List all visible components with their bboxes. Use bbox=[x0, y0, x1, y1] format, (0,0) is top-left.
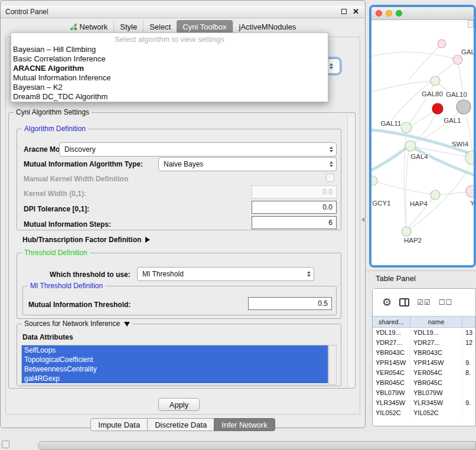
sources-group-title[interactable]: Sources for Network Inference bbox=[22, 319, 132, 328]
settings-scrollbar[interactable] bbox=[347, 116, 355, 387]
columns-icon[interactable] bbox=[399, 298, 409, 306]
deselect-columns-icon[interactable]: ☐☐ bbox=[439, 299, 453, 306]
kernel-width-field[interactable]: 0.0 bbox=[252, 185, 337, 198]
table-cell[interactable]: YPR145W bbox=[410, 358, 462, 368]
tab-network[interactable]: Network bbox=[64, 20, 114, 34]
table-cell[interactable]: YDR27... bbox=[373, 338, 410, 348]
zoom-traffic-icon[interactable] bbox=[396, 10, 402, 17]
table-row[interactable]: YLR345WYLR345W9. bbox=[373, 398, 475, 408]
table-cell[interactable]: YIL052C bbox=[410, 408, 462, 418]
network-node[interactable] bbox=[453, 55, 462, 64]
tab-style[interactable]: Style bbox=[113, 20, 143, 34]
float-window-icon[interactable] bbox=[341, 9, 347, 14]
apply-button[interactable]: Apply bbox=[158, 398, 200, 411]
table-row[interactable]: YBR045CYBR045C bbox=[373, 378, 475, 388]
control-panel-titlebar[interactable]: Control Panel ✕ bbox=[1, 5, 365, 18]
network-node[interactable] bbox=[405, 141, 416, 151]
attribute-list-scrollbar[interactable] bbox=[328, 345, 337, 385]
table-cell[interactable]: YBL079W bbox=[410, 388, 462, 398]
tab-jactivemnodules[interactable]: jActiveMNodules bbox=[233, 20, 302, 34]
table-cell[interactable]: 12 bbox=[462, 338, 475, 348]
dpi-tolerance-field[interactable]: 0.0 bbox=[252, 201, 337, 214]
gear-icon[interactable]: ⚙ bbox=[382, 297, 392, 308]
table-cell[interactable]: YBR043C bbox=[373, 348, 410, 358]
table-row[interactable]: YPR145WYPR145W9. bbox=[373, 358, 475, 368]
table-row[interactable]: YDR27...YDR27...12 bbox=[373, 338, 475, 348]
close-traffic-icon[interactable] bbox=[376, 10, 382, 17]
table-cell[interactable]: YBL079W bbox=[373, 388, 410, 398]
expand-right-icon[interactable] bbox=[145, 237, 150, 243]
table-cell[interactable]: YER054C bbox=[373, 368, 410, 378]
table-cell[interactable] bbox=[462, 378, 475, 388]
hub-definition-toggle[interactable]: Hub/Transcription Factor Definition bbox=[22, 236, 150, 244]
aracne-mode-select[interactable]: Discovery bbox=[59, 142, 337, 156]
close-icon[interactable]: ✕ bbox=[353, 8, 359, 15]
minimize-traffic-icon[interactable] bbox=[386, 10, 392, 17]
manual-kernel-checkbox[interactable] bbox=[326, 174, 334, 182]
data-attributes-list[interactable]: SelfLoops TopologicalCoefficient Between… bbox=[21, 345, 328, 385]
network-scrollbar-stub[interactable] bbox=[468, 20, 474, 28]
network-graph[interactable]: GAL8GAL80GAL10GAL11GAL1SWI4GAL4GCY1HAP4Y… bbox=[371, 20, 474, 265]
network-node[interactable] bbox=[432, 103, 443, 114]
mi-type-select[interactable]: Naive Bayes bbox=[158, 157, 337, 171]
table-cell[interactable]: YBR045C bbox=[373, 378, 410, 388]
table-row[interactable]: YBL079WYBL079W bbox=[373, 388, 475, 398]
dropdown-option[interactable]: Mutual Information Inference bbox=[11, 73, 328, 83]
table-cell[interactable]: YBR045C bbox=[410, 378, 462, 388]
column-header-name[interactable]: name bbox=[410, 317, 462, 327]
table-cell[interactable] bbox=[462, 388, 475, 398]
table-row[interactable]: YIL052CYIL052C bbox=[373, 408, 475, 418]
tab-select[interactable]: Select bbox=[143, 20, 177, 34]
table-cell[interactable]: YIL052C bbox=[373, 408, 410, 418]
collapse-down-icon[interactable] bbox=[124, 322, 130, 327]
table-cell[interactable]: 9. bbox=[462, 398, 475, 408]
tab-infer-network[interactable]: Infer Network bbox=[214, 418, 275, 431]
table-cell[interactable]: YER054C bbox=[410, 368, 462, 378]
network-node[interactable] bbox=[371, 176, 377, 185]
table-cell[interactable]: YDL19... bbox=[373, 328, 410, 338]
table-cell[interactable]: 13 bbox=[462, 328, 475, 338]
mi-steps-field[interactable]: 6 bbox=[252, 216, 337, 229]
tab-discretize-data[interactable]: Discretize Data bbox=[147, 418, 214, 431]
table-cell[interactable]: YDL19... bbox=[410, 328, 462, 338]
table-row[interactable]: YDL19...YDL19...13 bbox=[373, 328, 475, 338]
dropdown-option[interactable]: Bayesian – K2 bbox=[11, 83, 328, 92]
table-cell[interactable]: YPR145W bbox=[373, 358, 410, 368]
dropdown-option[interactable]: Basic Correlation Inference bbox=[11, 54, 328, 64]
table-cell[interactable]: YLR345W bbox=[373, 398, 410, 408]
dropdown-option-selected[interactable]: ARACNE Algorithm bbox=[11, 64, 328, 73]
panel-splitter-handle[interactable] bbox=[361, 217, 364, 222]
table-cell[interactable]: YLR345W bbox=[410, 398, 462, 408]
attribute-item[interactable]: BetweennessCentrality bbox=[22, 364, 328, 374]
table-row[interactable]: YBR043CYBR043C bbox=[373, 348, 475, 358]
table-cell[interactable] bbox=[462, 348, 475, 358]
column-header-shared[interactable]: shared... bbox=[373, 317, 410, 327]
network-canvas[interactable]: GAL8GAL80GAL10GAL11GAL1SWI4GAL4GCY1HAP4Y… bbox=[371, 20, 474, 265]
table-panel-header[interactable]: Table Panel bbox=[366, 270, 476, 286]
table-cell[interactable] bbox=[462, 408, 475, 418]
table-cell[interactable]: 9. bbox=[462, 358, 475, 368]
table-cell[interactable]: YDR27... bbox=[410, 338, 462, 348]
restore-panel-button[interactable] bbox=[2, 441, 9, 448]
attribute-item[interactable]: SelfLoops bbox=[22, 345, 328, 355]
attribute-item[interactable]: TopologicalCoefficient bbox=[22, 355, 328, 364]
column-header-partial[interactable] bbox=[462, 317, 475, 327]
network-node[interactable] bbox=[466, 185, 474, 197]
network-node[interactable] bbox=[401, 122, 412, 133]
network-node[interactable] bbox=[457, 100, 471, 114]
network-node[interactable] bbox=[431, 76, 440, 86]
dropdown-option[interactable]: Dream8 DC_TDC Algorithm bbox=[11, 92, 328, 102]
table-cell[interactable]: 8. bbox=[462, 368, 475, 378]
collapsed-panel-bar[interactable] bbox=[38, 441, 476, 450]
which-threshold-select[interactable]: MI Threshold bbox=[137, 267, 314, 281]
select-columns-icon[interactable]: ☑☑ bbox=[417, 299, 431, 306]
table-row[interactable]: YER054CYER054C8. bbox=[373, 368, 475, 378]
network-node[interactable] bbox=[431, 190, 440, 200]
dropdown-option[interactable]: Bayesian – Hill Climbing bbox=[11, 45, 328, 54]
tab-cyni-toolbox[interactable]: Cyni Toolbox bbox=[177, 20, 232, 34]
mi-threshold-field[interactable]: 0.5 bbox=[248, 297, 332, 310]
tab-impute-data[interactable]: Impute Data bbox=[90, 418, 148, 431]
network-node[interactable] bbox=[438, 40, 446, 48]
network-node[interactable] bbox=[402, 227, 411, 236]
network-window-titlebar[interactable] bbox=[371, 7, 474, 20]
